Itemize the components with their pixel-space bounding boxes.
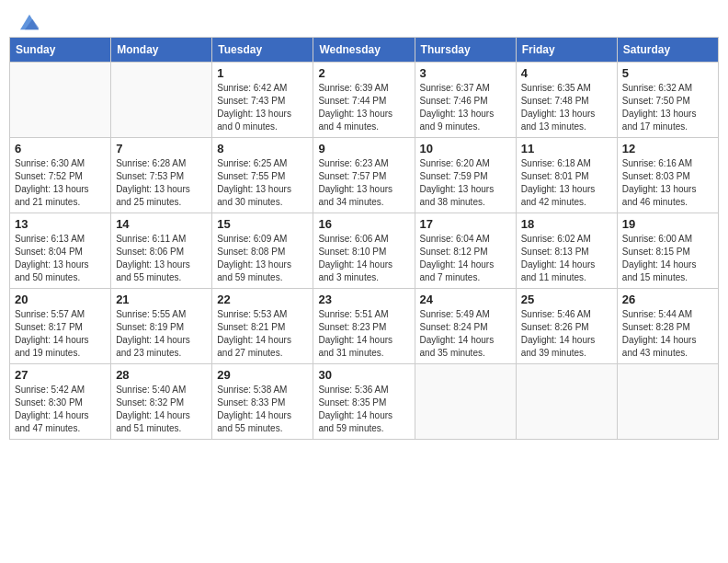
week-row-3: 13Sunrise: 6:13 AM Sunset: 8:04 PM Dayli… bbox=[10, 213, 719, 289]
day-number: 4 bbox=[521, 66, 612, 80]
calendar-cell bbox=[415, 364, 516, 440]
day-info: Sunrise: 6:30 AM Sunset: 7:52 PM Dayligh… bbox=[15, 157, 106, 209]
calendar-cell: 4Sunrise: 6:35 AM Sunset: 7:48 PM Daylig… bbox=[516, 63, 617, 138]
calendar-cell bbox=[516, 364, 617, 440]
day-info: Sunrise: 6:25 AM Sunset: 7:55 PM Dayligh… bbox=[217, 157, 308, 209]
weekday-header-monday: Monday bbox=[111, 38, 212, 63]
week-row-5: 27Sunrise: 5:42 AM Sunset: 8:30 PM Dayli… bbox=[10, 364, 719, 440]
calendar-cell: 2Sunrise: 6:39 AM Sunset: 7:44 PM Daylig… bbox=[313, 63, 415, 138]
week-row-4: 20Sunrise: 5:57 AM Sunset: 8:17 PM Dayli… bbox=[10, 289, 719, 364]
day-number: 3 bbox=[420, 66, 511, 80]
day-number: 9 bbox=[318, 142, 409, 155]
calendar-cell: 20Sunrise: 5:57 AM Sunset: 8:17 PM Dayli… bbox=[10, 289, 111, 364]
calendar-cell: 26Sunrise: 5:44 AM Sunset: 8:28 PM Dayli… bbox=[617, 289, 718, 364]
day-number: 22 bbox=[217, 293, 308, 306]
day-number: 24 bbox=[420, 293, 511, 306]
calendar-cell: 1Sunrise: 6:42 AM Sunset: 7:43 PM Daylig… bbox=[212, 63, 313, 138]
day-info: Sunrise: 6:09 AM Sunset: 8:08 PM Dayligh… bbox=[217, 233, 308, 284]
calendar-cell: 9Sunrise: 6:23 AM Sunset: 7:57 PM Daylig… bbox=[313, 138, 415, 213]
day-number: 25 bbox=[521, 293, 612, 306]
calendar-cell: 6Sunrise: 6:30 AM Sunset: 7:52 PM Daylig… bbox=[10, 138, 111, 213]
day-number: 23 bbox=[318, 293, 409, 306]
weekday-header-row: SundayMondayTuesdayWednesdayThursdayFrid… bbox=[10, 38, 719, 63]
day-info: Sunrise: 5:42 AM Sunset: 8:30 PM Dayligh… bbox=[15, 384, 106, 435]
weekday-header-friday: Friday bbox=[516, 38, 617, 63]
day-info: Sunrise: 6:00 AM Sunset: 8:15 PM Dayligh… bbox=[622, 233, 713, 284]
calendar-cell: 21Sunrise: 5:55 AM Sunset: 8:19 PM Dayli… bbox=[111, 289, 212, 364]
day-number: 11 bbox=[521, 142, 612, 155]
calendar-cell: 30Sunrise: 5:36 AM Sunset: 8:35 PM Dayli… bbox=[313, 364, 415, 440]
day-number: 28 bbox=[116, 368, 207, 382]
calendar-cell: 8Sunrise: 6:25 AM Sunset: 7:55 PM Daylig… bbox=[212, 138, 313, 213]
day-info: Sunrise: 5:55 AM Sunset: 8:19 PM Dayligh… bbox=[116, 308, 207, 360]
day-info: Sunrise: 5:57 AM Sunset: 8:17 PM Dayligh… bbox=[15, 308, 106, 360]
day-info: Sunrise: 5:36 AM Sunset: 8:35 PM Dayligh… bbox=[318, 384, 409, 435]
week-row-1: 1Sunrise: 6:42 AM Sunset: 7:43 PM Daylig… bbox=[10, 63, 719, 138]
day-info: Sunrise: 6:18 AM Sunset: 8:01 PM Dayligh… bbox=[521, 157, 612, 209]
day-info: Sunrise: 5:53 AM Sunset: 8:21 PM Dayligh… bbox=[217, 308, 308, 360]
day-info: Sunrise: 6:04 AM Sunset: 8:12 PM Dayligh… bbox=[420, 233, 511, 284]
day-number: 12 bbox=[622, 142, 713, 155]
day-number: 10 bbox=[420, 142, 511, 155]
calendar-cell: 28Sunrise: 5:40 AM Sunset: 8:32 PM Dayli… bbox=[111, 364, 212, 440]
day-info: Sunrise: 5:40 AM Sunset: 8:32 PM Dayligh… bbox=[116, 384, 207, 435]
day-info: Sunrise: 6:02 AM Sunset: 8:13 PM Dayligh… bbox=[521, 233, 612, 284]
weekday-header-saturday: Saturday bbox=[617, 38, 718, 63]
day-info: Sunrise: 6:20 AM Sunset: 7:59 PM Dayligh… bbox=[420, 157, 511, 209]
day-info: Sunrise: 5:38 AM Sunset: 8:33 PM Dayligh… bbox=[217, 384, 308, 435]
day-number: 26 bbox=[622, 293, 713, 306]
calendar-cell: 18Sunrise: 6:02 AM Sunset: 8:13 PM Dayli… bbox=[516, 213, 617, 289]
day-info: Sunrise: 6:35 AM Sunset: 7:48 PM Dayligh… bbox=[521, 82, 612, 133]
calendar-cell: 12Sunrise: 6:16 AM Sunset: 8:03 PM Dayli… bbox=[617, 138, 718, 213]
day-info: Sunrise: 6:11 AM Sunset: 8:06 PM Dayligh… bbox=[116, 233, 207, 284]
day-number: 29 bbox=[217, 368, 308, 382]
day-info: Sunrise: 6:23 AM Sunset: 7:57 PM Dayligh… bbox=[318, 157, 409, 209]
calendar-cell: 15Sunrise: 6:09 AM Sunset: 8:08 PM Dayli… bbox=[212, 213, 313, 289]
day-number: 18 bbox=[521, 217, 612, 231]
day-number: 20 bbox=[15, 293, 106, 306]
page-header bbox=[9, 9, 719, 31]
day-number: 1 bbox=[217, 66, 308, 80]
calendar-cell: 25Sunrise: 5:46 AM Sunset: 8:26 PM Dayli… bbox=[516, 289, 617, 364]
calendar-cell: 17Sunrise: 6:04 AM Sunset: 8:12 PM Dayli… bbox=[415, 213, 516, 289]
calendar-cell bbox=[10, 63, 111, 138]
logo bbox=[17, 13, 39, 28]
day-number: 19 bbox=[622, 217, 713, 231]
calendar-cell: 7Sunrise: 6:28 AM Sunset: 7:53 PM Daylig… bbox=[111, 138, 212, 213]
weekday-header-sunday: Sunday bbox=[10, 38, 111, 63]
day-info: Sunrise: 6:13 AM Sunset: 8:04 PM Dayligh… bbox=[15, 233, 106, 284]
day-info: Sunrise: 6:39 AM Sunset: 7:44 PM Dayligh… bbox=[318, 82, 409, 133]
day-info: Sunrise: 6:16 AM Sunset: 8:03 PM Dayligh… bbox=[622, 157, 713, 209]
calendar-cell: 16Sunrise: 6:06 AM Sunset: 8:10 PM Dayli… bbox=[313, 213, 415, 289]
day-number: 30 bbox=[318, 368, 409, 382]
day-info: Sunrise: 5:51 AM Sunset: 8:23 PM Dayligh… bbox=[318, 308, 409, 360]
day-info: Sunrise: 6:28 AM Sunset: 7:53 PM Dayligh… bbox=[116, 157, 207, 209]
weekday-header-tuesday: Tuesday bbox=[212, 38, 313, 63]
day-info: Sunrise: 6:06 AM Sunset: 8:10 PM Dayligh… bbox=[318, 233, 409, 284]
day-info: Sunrise: 6:32 AM Sunset: 7:50 PM Dayligh… bbox=[622, 82, 713, 133]
calendar-cell: 14Sunrise: 6:11 AM Sunset: 8:06 PM Dayli… bbox=[111, 213, 212, 289]
calendar-cell: 10Sunrise: 6:20 AM Sunset: 7:59 PM Dayli… bbox=[415, 138, 516, 213]
day-number: 15 bbox=[217, 217, 308, 231]
day-number: 14 bbox=[116, 217, 207, 231]
day-number: 5 bbox=[622, 66, 713, 80]
calendar-cell: 23Sunrise: 5:51 AM Sunset: 8:23 PM Dayli… bbox=[313, 289, 415, 364]
calendar-cell: 29Sunrise: 5:38 AM Sunset: 8:33 PM Dayli… bbox=[212, 364, 313, 440]
day-number: 7 bbox=[116, 142, 207, 155]
day-number: 27 bbox=[15, 368, 106, 382]
day-info: Sunrise: 5:49 AM Sunset: 8:24 PM Dayligh… bbox=[420, 308, 511, 360]
calendar-cell bbox=[617, 364, 718, 440]
day-info: Sunrise: 5:44 AM Sunset: 8:28 PM Dayligh… bbox=[622, 308, 713, 360]
calendar-cell: 3Sunrise: 6:37 AM Sunset: 7:46 PM Daylig… bbox=[415, 63, 516, 138]
day-info: Sunrise: 5:46 AM Sunset: 8:26 PM Dayligh… bbox=[521, 308, 612, 360]
calendar-cell bbox=[111, 63, 212, 138]
calendar-cell: 22Sunrise: 5:53 AM Sunset: 8:21 PM Dayli… bbox=[212, 289, 313, 364]
logo-icon bbox=[20, 13, 39, 31]
day-number: 16 bbox=[318, 217, 409, 231]
day-number: 17 bbox=[420, 217, 511, 231]
calendar-cell: 19Sunrise: 6:00 AM Sunset: 8:15 PM Dayli… bbox=[617, 213, 718, 289]
week-row-2: 6Sunrise: 6:30 AM Sunset: 7:52 PM Daylig… bbox=[10, 138, 719, 213]
calendar-cell: 13Sunrise: 6:13 AM Sunset: 8:04 PM Dayli… bbox=[10, 213, 111, 289]
weekday-header-thursday: Thursday bbox=[415, 38, 516, 63]
calendar-cell: 11Sunrise: 6:18 AM Sunset: 8:01 PM Dayli… bbox=[516, 138, 617, 213]
